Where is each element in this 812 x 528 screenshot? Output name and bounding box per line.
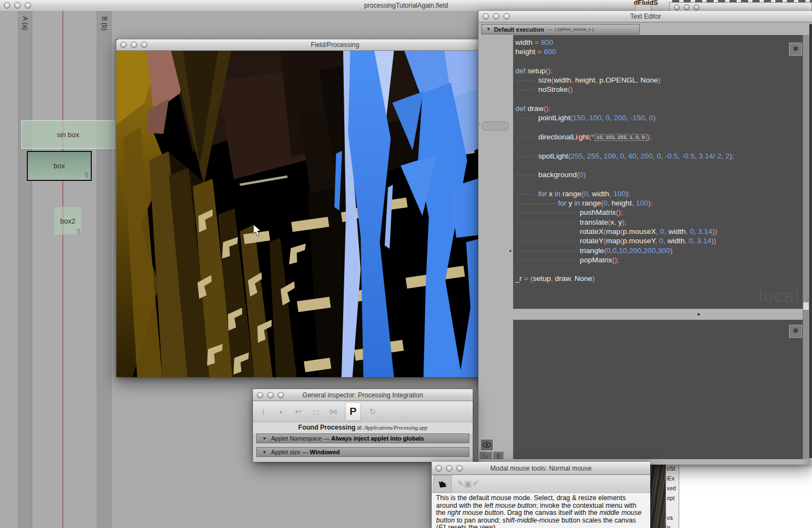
bowtie-icon[interactable]: ⋈ <box>328 407 338 416</box>
clipped-list-item: xed <box>666 483 679 493</box>
clipped-list[interactable]: oStiExxedoptvals <box>666 464 680 528</box>
code-line: spotLight(255, 255, 109, 0, 40, 200, 0, … <box>513 151 803 161</box>
background-window-fragment-top: dFluidS <box>634 0 812 11</box>
clipped-list-item: ls <box>666 523 679 528</box>
dot-icon[interactable]: ▪ <box>276 407 286 416</box>
code-lines: width = 800height = 600def setup():size(… <box>513 35 803 284</box>
disclosure-triangle-icon[interactable]: ▼ <box>262 450 267 455</box>
square-icon[interactable]: □ <box>311 407 321 416</box>
pane-divider[interactable] <box>513 309 803 320</box>
code-line: rotateY(map(p.mouseY, 0, width, 0, 3.14)… <box>513 236 803 245</box>
resize-grip-icon[interactable] <box>804 459 811 465</box>
section-applet-namespace[interactable]: ▼ Applet Namespace — Always inject apple… <box>256 433 469 443</box>
code-line: popMatrix(); <box>513 255 803 265</box>
time-cursor-line[interactable] <box>62 11 63 528</box>
execution-header-suffix: ( python_source_v ) <box>555 27 594 32</box>
code-line <box>513 161 803 170</box>
element-box-label: box <box>54 162 65 170</box>
inline-value-widget: 10, 102, 255, 1, 0, 0 <box>595 134 647 141</box>
close-button[interactable] <box>674 4 680 10</box>
code-editor-pane[interactable]: width = 800height = 600def setup():size(… <box>513 35 803 309</box>
code-line: _r = (setup, draw, None) <box>513 274 803 283</box>
code-line <box>513 179 803 189</box>
gear-icon[interactable]: ✱ <box>789 325 802 338</box>
element-box-sin[interactable]: sin box <box>21 120 115 149</box>
element-box-label: box2 <box>60 217 75 225</box>
track-b[interactable]: B (b) <box>97 11 111 528</box>
mouse-tools-window: Modal mouse tools: Normal mouse ✎▣✐ This… <box>432 462 650 528</box>
execution-header-label: Default execution <box>494 26 544 33</box>
blank-panel[interactable] <box>679 464 812 528</box>
gear-icon[interactable]: ✱ <box>789 43 802 56</box>
code-line <box>513 57 803 66</box>
pen-tool-icon[interactable]: ✎ <box>457 479 464 488</box>
code-line <box>513 265 803 274</box>
clipped-list-item: iEx <box>666 473 679 483</box>
section-value: Always inject applet into globals <box>331 435 424 442</box>
section-dash: — <box>301 449 310 455</box>
clipped-list-item: oSt <box>666 464 679 473</box>
disclosure-triangle-icon[interactable]: ▼ <box>486 27 491 32</box>
code-line: for y in range(0, height, 100): <box>513 198 803 208</box>
code-line: pushMatrix(); <box>513 208 803 217</box>
editor-scrollbar-thumb[interactable] <box>803 302 809 310</box>
text-editor-titlebar[interactable]: Text Editor <box>479 11 812 22</box>
code-line: size(width, height, p.OPENGL, None) <box>513 75 803 85</box>
clipped-list-item: opt <box>666 493 679 503</box>
text-editor-window: Text Editor ▼ Default execution — ( pyth… <box>478 11 812 465</box>
mouse-tools-titlebar[interactable]: Modal mouse tools: Normal mouse <box>432 462 650 475</box>
section-label: Applet Namespace <box>271 435 322 442</box>
code-line: width = 800 <box>513 38 803 47</box>
code-line <box>513 123 803 132</box>
brush-tool-icon[interactable]: ✐ <box>472 479 479 488</box>
section-value: Windowed <box>310 449 340 455</box>
processing-status: Found Processing at /Applications/Proces… <box>253 422 473 433</box>
window-title: Modal mouse tools: Normal mouse <box>432 465 650 472</box>
section-dash: — <box>322 435 331 442</box>
refresh-icon[interactable]: ↻ <box>368 407 378 416</box>
divider-grip-dot[interactable] <box>697 313 700 316</box>
code-line: triangle(0,0,10,200,200,300) <box>513 246 803 255</box>
code-line: noStroke() <box>513 85 803 94</box>
execution-header[interactable]: ▼ Default execution — ( python_source_v … <box>481 24 640 34</box>
collapse-arrow-icon[interactable]: ‹ <box>479 121 481 127</box>
section-applet-size[interactable]: ▼ Applet size — Windowed <box>256 447 469 457</box>
element-box-label: sin box <box>57 131 79 139</box>
code-line: height = 600 <box>513 47 803 56</box>
code-line: pointLight(150, 100, 0, 200, -150, 0) <box>513 113 803 122</box>
execution-header-dash: — <box>548 27 552 32</box>
disclosure-triangle-icon[interactable]: ▼ <box>262 436 267 441</box>
secondary-editor-pane[interactable] <box>513 320 803 459</box>
code-line: rotateX(map(p.mouseX, 0, width, 0, 3.14)… <box>513 227 803 236</box>
return-arrow-icon[interactable]: ↩ <box>293 407 303 416</box>
code-line: for x in range(0, width, 100): <box>513 189 803 198</box>
processing-icon[interactable]: P <box>346 403 360 420</box>
margin-handle[interactable] <box>482 121 509 131</box>
inspector-titlebar[interactable]: General inspector: Processing Integratio… <box>253 389 473 401</box>
minimize-button[interactable] <box>684 4 690 10</box>
clipped-list-item <box>666 503 679 513</box>
code-line <box>513 95 803 104</box>
section-label: Applet size <box>271 449 301 455</box>
margin-dot <box>509 250 511 252</box>
info-icon[interactable]: i <box>258 407 268 416</box>
occluded-window-edge <box>809 24 812 458</box>
status-found-label: Found Processing <box>298 424 356 431</box>
window-title: Text Editor <box>479 13 812 20</box>
inspector-toolbar: i▪↩□⋈P↻ <box>253 401 473 422</box>
track-a[interactable]: A (a) <box>18 11 32 528</box>
clipped-list-item: va <box>666 513 679 523</box>
track-a-label: A (a) <box>21 16 29 30</box>
marquee-tool-icon[interactable]: ▣ <box>464 479 472 488</box>
mouse-toolbar: ✎▣✐ <box>432 475 650 493</box>
code-line: def draw(): <box>513 104 803 113</box>
eye-icon[interactable] <box>480 439 493 451</box>
tool-description: This is the default mouse mode. Select, … <box>432 493 650 528</box>
zoom-button[interactable] <box>693 4 699 10</box>
status-path: /Applications/Processing.app <box>363 425 427 431</box>
texture-thumbnail <box>650 464 666 528</box>
code-line: directionalLight(*10, 102, 255, 1, 0, 0)… <box>513 132 803 142</box>
background-window-fragment-bottom: oStiExxedoptvals <box>650 464 812 528</box>
scope-watermark: local <box>758 285 799 307</box>
normal-mouse-tool[interactable] <box>433 475 452 492</box>
